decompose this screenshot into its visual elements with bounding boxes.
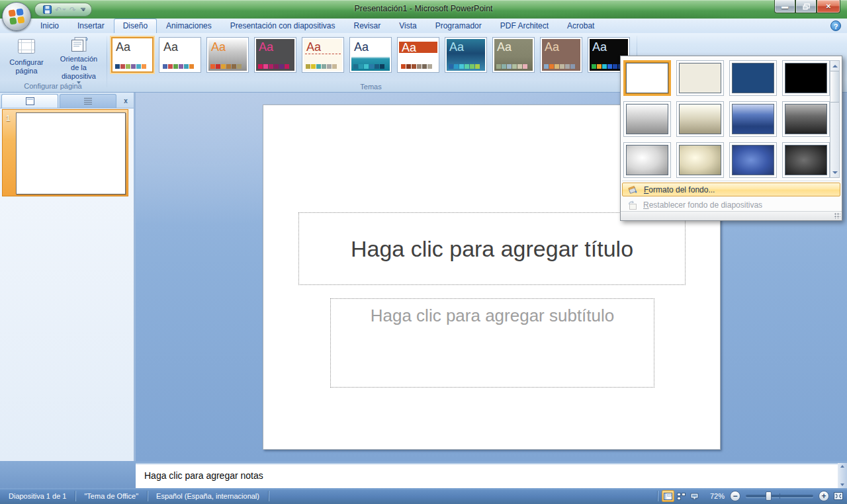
background-style-1[interactable] — [623, 60, 671, 96]
theme-palette — [544, 64, 575, 69]
theme-aa-sample: Aa — [449, 39, 464, 55]
minimize-button[interactable]: ▬ — [774, 0, 795, 13]
palette-swatch — [136, 64, 141, 69]
title-placeholder[interactable]: Haga clic para agregar título — [298, 212, 686, 285]
palette-swatch — [269, 64, 273, 69]
background-style-3[interactable] — [729, 60, 777, 96]
background-style-12[interactable] — [782, 142, 830, 178]
theme-preview: Aa — [304, 39, 342, 71]
help-icon[interactable]: ? — [830, 21, 841, 31]
menu-item-formato-del-fondo[interactable]: Formato del fondo... — [622, 183, 840, 196]
palette-swatch — [496, 64, 501, 69]
zoom-slider-thumb[interactable] — [766, 491, 772, 501]
outline-tab[interactable] — [60, 94, 116, 108]
ribbon-tab-insertar[interactable]: Insertar — [68, 19, 114, 33]
dropdown-scroll-thumb[interactable] — [830, 71, 839, 103]
zoom-out-button[interactable]: − — [730, 491, 740, 501]
fit-to-window-button[interactable] — [833, 491, 844, 501]
theme-preview: Aa — [208, 39, 247, 71]
palette-swatch — [597, 64, 602, 69]
background-style-preview — [626, 63, 668, 93]
palette-swatch — [607, 64, 612, 69]
ribbon-tab-programador[interactable]: Programador — [426, 19, 491, 33]
window-title: Presentación1 - Microsoft PowerPoint — [132, 0, 715, 19]
zoom-in-button[interactable]: + — [819, 491, 829, 501]
dropdown-scrollbar[interactable] — [830, 60, 840, 178]
customize-qat-button[interactable] — [81, 8, 85, 11]
background-style-9[interactable] — [623, 142, 671, 178]
palette-swatch — [401, 64, 406, 69]
zoom-slider[interactable] — [746, 495, 813, 497]
theme-aa-sample: Aa — [259, 39, 273, 55]
theme-thumbnail-4[interactable]: Aa — [254, 37, 296, 73]
background-style-2[interactable] — [676, 60, 724, 96]
undo-button[interactable]: ↶ — [54, 5, 67, 15]
palette-swatch — [507, 64, 512, 69]
ribbon-tab-inicio[interactable]: Inicio — [31, 19, 68, 33]
office-button[interactable] — [2, 2, 31, 31]
theme-thumbnail-9[interactable]: Aa — [492, 37, 535, 73]
theme-thumbnail-7[interactable]: Aa — [397, 37, 439, 73]
ribbon-tab-presentacion-con-diapositivas[interactable]: Presentación con diapositivas — [221, 19, 345, 33]
subtitle-placeholder[interactable]: Haga clic para agregar subtítulo — [330, 298, 654, 388]
resize-grip-icon[interactable] — [834, 213, 840, 219]
palette-swatch — [613, 64, 617, 69]
notes-pane[interactable]: Haga clic para agregar notas — [136, 463, 838, 488]
theme-aa-sample: Aa — [306, 39, 321, 55]
theme-aa-sample: Aa — [592, 39, 607, 55]
normal-view-button[interactable] — [662, 490, 674, 502]
palette-swatch — [232, 64, 236, 69]
background-style-4[interactable] — [782, 60, 830, 96]
dropdown-scroll-up-button[interactable] — [830, 61, 839, 71]
ribbon-tab-vista[interactable]: Vista — [390, 19, 425, 33]
theme-palette — [401, 64, 432, 69]
notes-row: Haga clic para agregar notas — [0, 461, 847, 488]
theme-thumbnail-6[interactable]: Aa — [349, 37, 392, 73]
close-panel-icon[interactable]: x — [120, 96, 131, 106]
background-style-7[interactable] — [729, 101, 777, 137]
notes-scrollbar[interactable] — [838, 463, 847, 488]
palette-swatch — [592, 64, 596, 69]
redo-button[interactable]: ↷ — [69, 5, 77, 15]
theme-aa-sample: Aa — [163, 39, 178, 55]
palette-swatch — [316, 64, 321, 69]
slide-thumbnail-selected[interactable]: 1 — [2, 109, 128, 196]
background-style-8[interactable] — [782, 101, 830, 137]
dropdown-scroll-down-button[interactable] — [830, 167, 839, 177]
close-button[interactable]: ✕ — [817, 0, 840, 13]
background-style-5[interactable] — [623, 101, 671, 137]
page-setup-button[interactable]: Configurar página — [2, 35, 51, 80]
theme-thumbnail-10[interactable]: Aa — [540, 37, 582, 73]
palette-swatch — [263, 64, 268, 69]
theme-thumbnail-3[interactable]: Aa — [206, 37, 249, 73]
background-style-10[interactable] — [676, 142, 724, 178]
save-button[interactable] — [42, 5, 52, 14]
theme-aa-sample: Aa — [116, 39, 130, 55]
theme-aa-sample: Aa — [497, 39, 512, 55]
language-status[interactable]: Español (España, internacional) — [148, 492, 268, 500]
slide-sorter-view-button[interactable] — [675, 490, 688, 502]
slides-tab[interactable] — [1, 94, 58, 108]
customize-qat-icon — [81, 8, 85, 9]
ribbon-tab-diseno[interactable]: Diseño — [114, 19, 157, 33]
theme-palette — [210, 64, 242, 69]
ribbon-tab-pdf-architect[interactable]: PDF Architect — [491, 19, 558, 33]
down-arrow-icon — [832, 171, 838, 174]
ribbon-tab-acrobat[interactable]: Acrobat — [558, 19, 603, 33]
theme-thumbnail-2[interactable]: Aa — [159, 37, 201, 73]
background-style-11[interactable] — [729, 142, 777, 178]
theme-thumbnail-8[interactable]: Aa — [445, 37, 487, 73]
maximize-button[interactable] — [795, 0, 817, 13]
ribbon-tab-animaciones[interactable]: Animaciones — [157, 19, 221, 33]
theme-thumbnail-1[interactable]: Aa — [111, 37, 154, 73]
slideshow-view-button[interactable] — [688, 490, 701, 502]
palette-swatch — [332, 64, 337, 69]
theme-thumbnail-5[interactable]: Aa — [302, 37, 344, 73]
palette-swatch — [184, 64, 189, 69]
ribbon-tab-bar: InicioInsertarDiseñoAnimacionesPresentac… — [0, 19, 847, 33]
ribbon-tab-revisar[interactable]: Revisar — [345, 19, 390, 33]
background-style-6[interactable] — [676, 101, 724, 137]
slide-orientation-button[interactable]: Orientación de la diapositiva — [54, 35, 103, 80]
slide-number: 1 — [6, 114, 11, 123]
palette-swatch — [285, 64, 289, 69]
